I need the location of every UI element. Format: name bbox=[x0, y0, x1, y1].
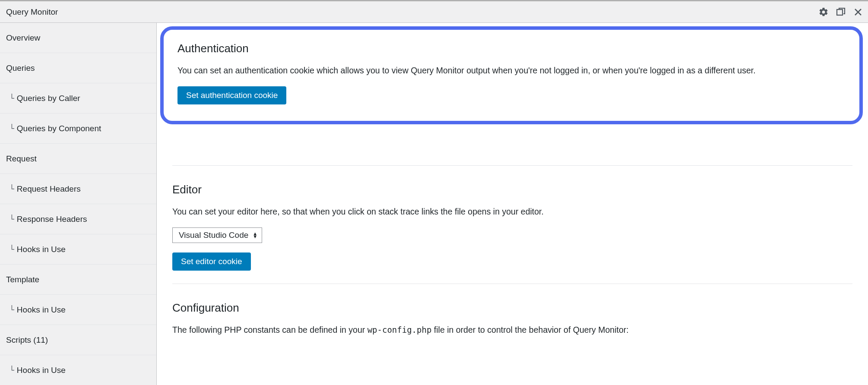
config-file-code: wp-config.php bbox=[367, 325, 432, 335]
tree-branch-icon: └ bbox=[10, 366, 14, 375]
tree-branch-icon: └ bbox=[10, 124, 14, 133]
chevron-updown-icon: ▲▼ bbox=[253, 232, 257, 238]
tree-branch-icon: └ bbox=[10, 245, 14, 254]
sidebar-item-label: Queries bbox=[6, 63, 35, 73]
sidebar-item-label: Hooks in Use bbox=[17, 366, 66, 375]
sidebar-item-queries-by-component[interactable]: └ Queries by Component bbox=[0, 114, 156, 144]
sidebar-item-label: Request bbox=[6, 154, 37, 164]
sidebar-item-queries-by-caller[interactable]: └ Queries by Caller bbox=[0, 83, 156, 114]
set-auth-cookie-button[interactable]: Set authentication cookie bbox=[177, 86, 286, 104]
editor-description: You can set your editor here, so that wh… bbox=[172, 205, 852, 218]
set-editor-cookie-button[interactable]: Set editor cookie bbox=[172, 252, 251, 271]
sidebar-item-overview[interactable]: Overview bbox=[0, 23, 156, 53]
panel-title: Query Monitor bbox=[6, 7, 58, 17]
authentication-section: Authentication You can set an authentica… bbox=[160, 26, 863, 124]
sidebar-item-label: Queries by Caller bbox=[17, 94, 80, 103]
configuration-section: Configuration The following PHP constant… bbox=[157, 271, 868, 336]
editor-section: Editor You can set your editor here, so … bbox=[157, 152, 868, 271]
sidebar-item-label: Overview bbox=[6, 33, 40, 43]
configuration-description: The following PHP constants can be defin… bbox=[172, 323, 852, 336]
sidebar-item-label: Template bbox=[6, 275, 39, 284]
tree-branch-icon: └ bbox=[10, 184, 14, 193]
editor-select[interactable]: Visual Studio Code ▲▼ bbox=[172, 227, 262, 243]
sidebar-item-response-headers[interactable]: └ Response Headers bbox=[0, 204, 156, 234]
sidebar-item-label: Response Headers bbox=[17, 215, 87, 224]
svg-rect-0 bbox=[837, 9, 843, 15]
editor-heading: Editor bbox=[172, 183, 852, 196]
editor-select-value: Visual Studio Code bbox=[179, 230, 248, 240]
sidebar-item-label: Request Headers bbox=[17, 184, 81, 194]
content-area: Authentication You can set an authentica… bbox=[157, 23, 868, 385]
sidebar-item-template[interactable]: Template bbox=[0, 265, 156, 295]
sidebar-item-label: Hooks in Use bbox=[17, 245, 66, 254]
close-icon[interactable] bbox=[852, 6, 864, 18]
sidebar-item-request[interactable]: Request bbox=[0, 144, 156, 174]
sidebar: Overview Queries └ Queries by Caller └ Q… bbox=[0, 23, 157, 385]
popout-icon[interactable] bbox=[835, 6, 846, 18]
sidebar-item-request-hooks[interactable]: └ Hooks in Use bbox=[0, 234, 156, 265]
authentication-heading: Authentication bbox=[177, 42, 846, 55]
sidebar-item-label: Queries by Component bbox=[17, 124, 101, 133]
header-controls bbox=[818, 6, 864, 18]
authentication-description: You can set an authentication cookie whi… bbox=[177, 64, 846, 77]
sidebar-item-label: Scripts (11) bbox=[6, 335, 48, 345]
tree-branch-icon: └ bbox=[10, 94, 14, 103]
tree-branch-icon: └ bbox=[10, 215, 14, 224]
gear-icon[interactable] bbox=[818, 6, 829, 18]
sidebar-item-label: Hooks in Use bbox=[17, 305, 66, 315]
sidebar-item-template-hooks[interactable]: └ Hooks in Use bbox=[0, 295, 156, 325]
sidebar-item-queries[interactable]: Queries bbox=[0, 53, 156, 83]
configuration-heading: Configuration bbox=[172, 301, 852, 315]
sidebar-item-scripts[interactable]: Scripts (11) bbox=[0, 325, 156, 355]
panel-header: Query Monitor bbox=[0, 1, 868, 23]
tree-branch-icon: └ bbox=[10, 305, 14, 314]
sidebar-item-request-headers[interactable]: └ Request Headers bbox=[0, 174, 156, 204]
sidebar-item-scripts-hooks[interactable]: └ Hooks in Use bbox=[0, 355, 156, 385]
